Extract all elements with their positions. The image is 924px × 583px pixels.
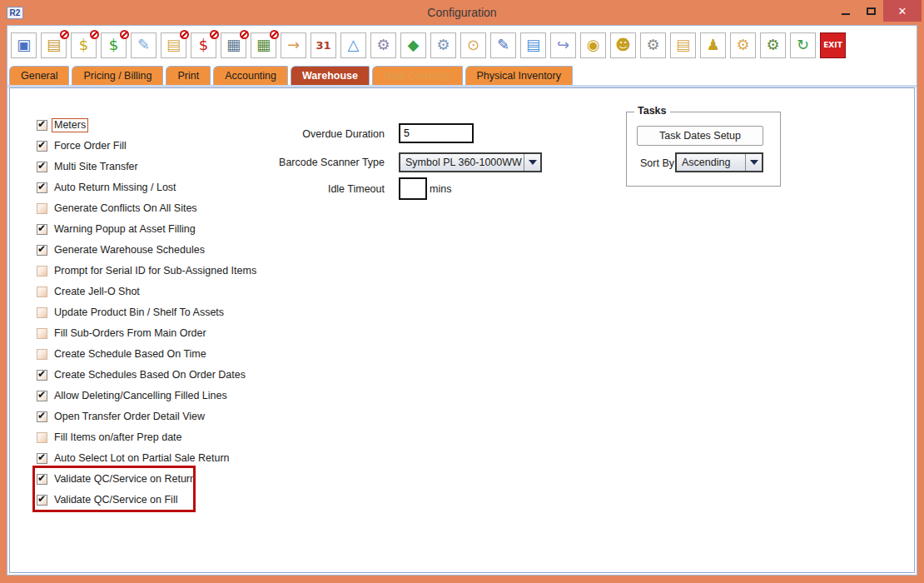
disabled-badge-icon [60, 30, 69, 39]
unchecked-checkbox[interactable] [37, 432, 47, 443]
checkbox-row-validate-qc-service-on-return[interactable]: ✔Validate QC/Service on Return [37, 469, 196, 490]
trophy-figure-button[interactable]: ♟ [700, 32, 726, 58]
checkbox-row-auto-return-missing-lost[interactable]: ✔Auto Return Missing / Lost [37, 177, 176, 198]
checkbox-row-create-schedule-based-on-time[interactable]: Create Schedule Based On Time [37, 344, 206, 365]
payment-button[interactable]: $ [191, 32, 216, 58]
save-button[interactable]: ▣ [11, 32, 37, 58]
check-icon: ✔ [37, 222, 46, 234]
checked-checkbox[interactable]: ✔ [37, 453, 47, 464]
cash-button[interactable]: $ [71, 32, 97, 58]
invoice-button[interactable]: $ [101, 32, 127, 58]
tab-multi-currency[interactable]: Multi Currency [372, 66, 463, 85]
checkbox-row-generate-warehouse-schedules[interactable]: ✔Generate Warehouse Schedules [37, 240, 205, 261]
checkbox-row-validate-qc-service-on-fill[interactable]: ✔Validate QC/Service on Fill [37, 490, 177, 511]
report-document-button[interactable]: ▤ [520, 32, 546, 58]
tasks-legend: Tasks [634, 105, 670, 117]
unchecked-checkbox[interactable] [37, 349, 47, 360]
task-dates-setup-button[interactable]: Task Dates Setup [637, 126, 763, 146]
edit-document-icon: ✎ [137, 37, 150, 52]
minimize-button[interactable] [833, 0, 858, 22]
tab-general[interactable]: General [9, 66, 69, 85]
unchecked-checkbox[interactable] [37, 266, 47, 277]
checkbox-row-fill-items-on-after-prep-date[interactable]: Fill Items on/after Prep date [37, 427, 182, 448]
unchecked-checkbox[interactable] [37, 328, 47, 339]
checked-checkbox[interactable]: ✔ [37, 411, 47, 422]
maximize-button[interactable] [858, 0, 883, 22]
checkbox-row-prompt-for-serial-id-for-sub-assigned-items[interactable]: Prompt for Serial ID for Sub-Assigned It… [37, 261, 256, 282]
checkbox-row-auto-select-lot-on-partial-sale-return[interactable]: ✔Auto Select Lot on Partial Sale Return [37, 448, 230, 469]
unchecked-checkbox[interactable] [37, 307, 47, 318]
checked-checkbox[interactable]: ✔ [37, 141, 47, 152]
tab-physical-inventory[interactable]: Physical Inventory [465, 66, 573, 85]
calendar-button[interactable]: 31 [310, 32, 336, 58]
checkbox-row-create-schedules-based-on-order-dates[interactable]: ✔Create Schedules Based On Order Dates [37, 365, 246, 386]
checked-checkbox[interactable]: ✔ [37, 391, 47, 401]
order-entry-button[interactable]: ▤ [161, 32, 186, 58]
checked-checkbox[interactable]: ✔ [37, 245, 47, 256]
tab-pricing-billing[interactable]: Pricing / Billing [72, 66, 163, 85]
check-in-lock-button[interactable]: → [281, 32, 306, 58]
barcode-scanner-dropdown-button[interactable] [524, 154, 540, 171]
audit-shield-search-button[interactable]: ◉ [580, 32, 606, 58]
sort-by-value: Ascending [677, 154, 745, 171]
checkbox-label: Create Schedule Based On Time [54, 348, 206, 361]
export-document-button[interactable]: ↻ [790, 32, 816, 58]
sort-by-label: Sort By [640, 157, 674, 169]
checkbox-row-force-order-fill[interactable]: ✔Force Order Fill [37, 136, 127, 157]
tab-print[interactable]: Print [166, 66, 211, 85]
folder-history-button[interactable]: ⊙ [460, 32, 486, 58]
checkbox-row-warning-popup-at-asset-filling[interactable]: ✔Warning Popup at Asset Filling [37, 219, 196, 240]
drafting-ruler-button[interactable]: △ [340, 32, 366, 58]
checked-checkbox[interactable]: ✔ [37, 224, 47, 235]
checked-checkbox[interactable]: ✔ [37, 120, 47, 131]
window-controls: ✕ [833, 0, 922, 25]
window-body: ▣▤$$✎▤$▦▦→31△⚙◆⚙⊙✎▤↪◉☻⚙▤♟⚙⚙↻EXIT General… [7, 25, 917, 576]
drafting-ruler-icon: △ [348, 37, 360, 52]
check-icon: ✔ [37, 160, 46, 172]
checked-checkbox[interactable]: ✔ [37, 162, 47, 172]
checkbox-row-multi-site-transfer[interactable]: ✔Multi Site Transfer [37, 157, 138, 177]
checked-checkbox[interactable]: ✔ [37, 182, 47, 193]
checkbox-row-allow-deleting-cancelling-filled-lines[interactable]: ✔Allow Deleting/Cancelling Filled Lines [37, 386, 227, 406]
product-cubes-button[interactable]: ◆ [400, 32, 426, 58]
folder-documents-button[interactable]: ▤ [670, 32, 696, 58]
checkbox-row-generate-conflicts-on-all-sites[interactable]: Generate Conflicts On All Sites [37, 198, 197, 219]
order-entry-icon: ▤ [166, 37, 181, 52]
exit-icon: EXIT [823, 42, 842, 49]
checkbox-row-create-jell-o-shot[interactable]: Create Jell-O Shot [37, 282, 140, 302]
unchecked-checkbox[interactable] [37, 287, 47, 297]
tab-accounting[interactable]: Accounting [213, 66, 288, 85]
checked-checkbox[interactable]: ✔ [37, 495, 47, 506]
checkbox-label: Update Product Bin / Shelf To Assets [54, 306, 224, 319]
unchecked-checkbox[interactable] [37, 203, 47, 214]
worksheet-grid-button[interactable]: ▦ [221, 32, 246, 58]
sales-order-button[interactable]: ▤ [41, 32, 67, 58]
copy-document-button[interactable]: ↪ [550, 32, 576, 58]
checked-checkbox[interactable]: ✔ [37, 474, 47, 485]
form-designer-button[interactable]: ✎ [490, 32, 516, 58]
settings-gears-button[interactable]: ⚙ [370, 32, 396, 58]
checkbox-row-fill-sub-orders-from-main-order[interactable]: Fill Sub-Orders From Main Order [37, 323, 206, 344]
calculator-settings-button[interactable]: ⚙ [760, 32, 786, 58]
tab-warehouse[interactable]: Warehouse [291, 66, 370, 85]
check-icon: ✔ [37, 368, 46, 380]
exit-button[interactable]: EXIT [820, 32, 846, 58]
settings-gears-icon: ⚙ [376, 37, 390, 52]
sort-by-select[interactable]: Ascending [675, 152, 763, 172]
checkbox-row-meters[interactable]: ✔Meters [37, 115, 86, 136]
overdue-duration-input[interactable] [399, 123, 474, 143]
checkbox-row-update-product-bin-shelf-to-assets[interactable]: Update Product Bin / Shelf To Assets [37, 302, 224, 323]
tag-settings-button[interactable]: ⚙ [430, 32, 456, 58]
barcode-scanner-settings-button[interactable]: ⚙ [640, 32, 666, 58]
barcode-scanner-type-select[interactable]: Symbol PL 360-1000WW [399, 152, 542, 172]
edit-document-button[interactable]: ✎ [131, 32, 156, 58]
checked-checkbox[interactable]: ✔ [37, 370, 47, 381]
report-document-icon: ▤ [526, 37, 540, 52]
checkbox-row-open-transfer-order-detail-view[interactable]: ✔Open Transfer Order Detail View [37, 406, 205, 427]
sort-by-dropdown-button[interactable] [745, 154, 762, 171]
folder-settings-button[interactable]: ⚙ [730, 32, 756, 58]
ledger-calculator-button[interactable]: ▦ [251, 32, 276, 58]
idle-timeout-input[interactable] [399, 177, 427, 200]
user-shield-button[interactable]: ☻ [610, 32, 636, 58]
close-button[interactable]: ✕ [883, 0, 922, 22]
